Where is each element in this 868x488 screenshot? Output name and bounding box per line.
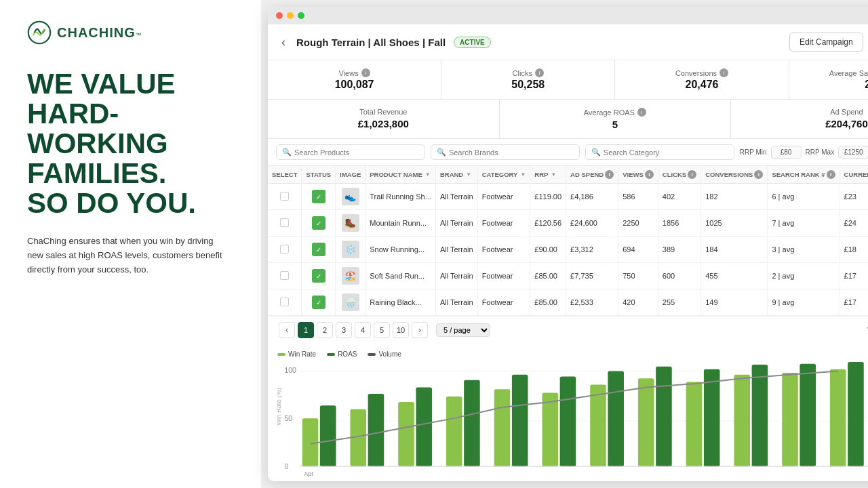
row-product-name: Raining Black... bbox=[366, 289, 436, 316]
row-checkbox[interactable] bbox=[280, 271, 289, 280]
nav-actions: Edit Campaign Pause Campaign bbox=[789, 33, 868, 52]
logo-text: CHACHING bbox=[57, 25, 136, 41]
conversions-info-icon[interactable]: i bbox=[719, 68, 728, 77]
row-status-icon[interactable]: ✓ bbox=[312, 269, 326, 283]
svg-rect-23 bbox=[830, 369, 846, 466]
traffic-light-yellow[interactable] bbox=[287, 12, 294, 19]
svg-text:Apr: Apr bbox=[304, 470, 313, 477]
row-search-rank: 3 | avg bbox=[768, 237, 840, 263]
chart-container: 100 50 0 10|2% 5|1% 0|0 Win Rate (%) ROA… bbox=[277, 362, 868, 480]
row-status-icon[interactable]: ✓ bbox=[312, 216, 326, 230]
table-row: ✓ ❄️ Snow Running... All Terrain Footwea… bbox=[268, 237, 868, 263]
svg-text:Win Rate (%): Win Rate (%) bbox=[277, 388, 282, 426]
row-status-icon[interactable]: ✓ bbox=[312, 190, 326, 203]
row-checkbox[interactable] bbox=[280, 218, 289, 227]
back-button[interactable]: ‹ bbox=[279, 35, 288, 49]
prev-page-button[interactable]: ‹ bbox=[279, 322, 295, 338]
traffic-light-red[interactable] bbox=[276, 12, 283, 19]
row-cpo: £18 bbox=[840, 237, 868, 263]
roas-info-icon[interactable]: i bbox=[637, 108, 646, 117]
svg-rect-29 bbox=[560, 376, 576, 466]
row-checkbox-cell bbox=[268, 210, 302, 237]
chart-svg: 100 50 0 10|2% 5|1% 0|0 Win Rate (%) ROA… bbox=[277, 362, 868, 480]
row-image-cell: 🥾 bbox=[336, 210, 366, 237]
views-info-icon[interactable]: i bbox=[361, 68, 370, 77]
row-checkbox[interactable] bbox=[280, 192, 289, 201]
svg-rect-25 bbox=[368, 394, 384, 466]
row-category: Footwear bbox=[477, 237, 530, 263]
search-products-input[interactable] bbox=[294, 148, 419, 157]
row-brand: All Terrain bbox=[435, 184, 477, 210]
row-conversions: 182 bbox=[701, 184, 768, 210]
chart-area: Win Rate ROAS Volume 100 50 bbox=[268, 344, 868, 481]
row-category: Footwear bbox=[477, 210, 530, 237]
search-brands-input[interactable] bbox=[449, 148, 574, 157]
row-cpo: £17 bbox=[840, 263, 868, 289]
row-ad-spend: £7,735 bbox=[566, 263, 618, 289]
row-image-cell: 🏖️ bbox=[336, 263, 366, 289]
row-checkbox-cell bbox=[268, 263, 302, 289]
th-cpo: CURRENT CPO i bbox=[840, 166, 868, 184]
svg-rect-14 bbox=[398, 402, 414, 466]
svg-rect-26 bbox=[416, 388, 432, 467]
page-10-button[interactable]: 10 bbox=[393, 322, 409, 338]
row-ad-spend: £24,600 bbox=[566, 210, 618, 237]
row-ad-spend: £2,533 bbox=[566, 289, 618, 316]
win-rate-value: 20% bbox=[800, 79, 868, 91]
browser-window: ‹ Rough Terrain | All Shoes | Fall ACTIV… bbox=[268, 7, 868, 481]
page-3-button[interactable]: 3 bbox=[336, 322, 352, 338]
svg-rect-24 bbox=[320, 405, 336, 466]
summary-roas: Average ROAS i 5 bbox=[500, 100, 732, 138]
th-ad-spend: AD SPEND i bbox=[566, 166, 618, 184]
row-checkbox-cell bbox=[268, 289, 302, 316]
right-panel: ‹ Rough Terrain | All Shoes | Fall ACTIV… bbox=[261, 0, 868, 488]
svg-rect-34 bbox=[800, 364, 816, 467]
summary-adspend: Ad Spend £204,760 bbox=[731, 100, 868, 138]
row-status-icon[interactable]: ✓ bbox=[312, 296, 326, 309]
search-category-icon: 🔍 bbox=[591, 148, 601, 157]
per-page-select[interactable]: 5 / page 10 / page 25 / page bbox=[436, 323, 490, 337]
row-image-cell: 🌧️ bbox=[336, 289, 366, 316]
page-1-button[interactable]: 1 bbox=[298, 322, 314, 338]
clicks-value: 50,258 bbox=[452, 79, 604, 91]
traffic-light-green[interactable] bbox=[298, 12, 304, 19]
row-checkbox[interactable] bbox=[280, 245, 289, 253]
svg-rect-32 bbox=[704, 369, 720, 466]
svg-rect-28 bbox=[512, 375, 528, 466]
row-views: 2250 bbox=[618, 210, 658, 237]
hero-text: WE VALUE HARD- WORKING FAMILIES. SO DO Y… bbox=[27, 69, 241, 218]
row-cpo: £24 bbox=[840, 210, 868, 237]
win-rate-legend-dot bbox=[277, 353, 285, 356]
th-brand: BRAND ▼ bbox=[435, 166, 477, 184]
top-nav: ‹ Rough Terrain | All Shoes | Fall ACTIV… bbox=[268, 24, 868, 60]
row-status-icon[interactable]: ✓ bbox=[312, 243, 326, 256]
row-cpo: £23 bbox=[840, 184, 868, 210]
svg-rect-18 bbox=[590, 385, 606, 467]
search-category-box: 🔍 bbox=[585, 144, 734, 160]
svg-rect-27 bbox=[464, 380, 480, 466]
row-status-cell: ✓ bbox=[302, 289, 336, 316]
svg-rect-35 bbox=[848, 362, 864, 466]
row-checkbox[interactable] bbox=[280, 298, 289, 306]
page-4-button[interactable]: 4 bbox=[355, 322, 371, 338]
row-status-cell: ✓ bbox=[302, 263, 336, 289]
th-search-rank: SEARCH RANK # i bbox=[768, 166, 840, 184]
edit-campaign-button[interactable]: Edit Campaign bbox=[789, 33, 863, 52]
next-page-button[interactable]: › bbox=[412, 322, 428, 338]
metric-win-rate: Average Sales Win Rate i 20% bbox=[789, 60, 868, 99]
campaign-title: Rough Terrain | All Shoes | Fall bbox=[296, 37, 446, 48]
page-2-button[interactable]: 2 bbox=[317, 322, 333, 338]
page-5-button[interactable]: 5 bbox=[374, 322, 390, 338]
clicks-info-icon[interactable]: i bbox=[535, 68, 544, 77]
rrp-min-label: RRP Min bbox=[740, 148, 767, 156]
svg-rect-21 bbox=[734, 375, 750, 466]
row-rrp: £119.00 bbox=[530, 184, 566, 210]
row-views: 694 bbox=[618, 237, 658, 263]
th-conversions: CONVERSIONS i bbox=[701, 166, 768, 184]
search-category-input[interactable] bbox=[604, 148, 728, 157]
row-clicks: 600 bbox=[658, 263, 701, 289]
products-table: SELECT STATUS IMAGE PRODUCT NAME ▼ BRAND… bbox=[268, 166, 868, 316]
row-views: 586 bbox=[618, 184, 658, 210]
row-clicks: 255 bbox=[658, 289, 701, 316]
svg-text:0: 0 bbox=[284, 462, 288, 470]
